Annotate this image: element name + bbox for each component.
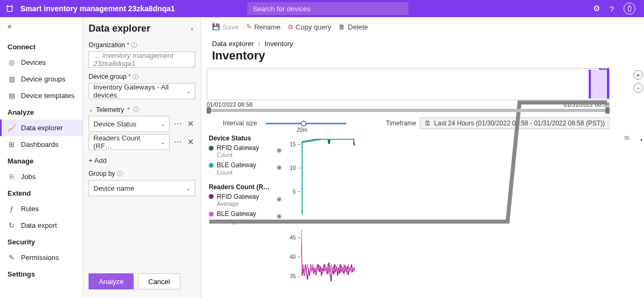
app-title: Smart inventory management 23zka8dnqa1 xyxy=(20,4,175,13)
key-icon: ✎ xyxy=(8,254,16,262)
organization-input[interactable]: … inventory management 23zka8dnqa1 xyxy=(89,51,195,68)
menu-toggle[interactable]: ≡ xyxy=(0,23,83,35)
nav-device-templates[interactable]: ▤Device templates xyxy=(0,87,83,104)
save-button: 💾Save xyxy=(212,23,239,31)
add-telemetry-button[interactable]: + Add xyxy=(89,157,195,165)
breadcrumb-root[interactable]: Data explorer xyxy=(212,40,254,48)
chevron-down-icon: ⌄ xyxy=(186,88,191,94)
breadcrumb-leaf: Inventory xyxy=(265,40,293,48)
chevron-down-icon: ⌄ xyxy=(160,139,165,145)
layers-icon[interactable]: ≋ xyxy=(624,133,630,142)
telemetry-select-2[interactable]: Readers Count (RF…⌄ xyxy=(89,134,170,150)
alerts-icon[interactable] xyxy=(624,3,635,14)
delete-icon: 🗑 xyxy=(339,23,345,31)
timeline-scrollbar[interactable] xyxy=(207,109,610,112)
templates-icon: ▤ xyxy=(8,92,16,100)
delete-button[interactable]: 🗑Delete xyxy=(339,23,368,31)
chart-canvas: ≋ ⋯ 51015 354045 xyxy=(282,135,633,298)
breadcrumb: Data explorer › Inventory xyxy=(201,36,644,49)
help-icon[interactable]: ? xyxy=(610,4,614,13)
legend-item[interactable]: BLE Gateway◉ xyxy=(209,161,282,169)
organization-label: Organization * ⓘ xyxy=(89,41,195,49)
gear-icon[interactable]: ⚙ xyxy=(593,4,600,13)
remove-icon[interactable]: ✕ xyxy=(186,119,195,129)
more-icon[interactable]: ⋯ xyxy=(173,138,183,146)
save-icon: 💾 xyxy=(212,23,220,31)
device-group-label: Device group * ⓘ xyxy=(89,73,195,81)
groupby-select[interactable]: Device name⌄ xyxy=(89,180,195,196)
device-icon: ◎ xyxy=(8,58,16,66)
jobs-icon: ⎘ xyxy=(8,173,16,181)
rename-icon: ✎ xyxy=(246,23,252,31)
eye-icon[interactable]: ◉ xyxy=(276,212,282,220)
panel-title: Data explorer xyxy=(89,23,150,34)
nav-rules[interactable]: ƒRules xyxy=(0,200,83,217)
nav-jobs[interactable]: ⎘Jobs xyxy=(0,168,83,185)
cart-icon xyxy=(4,4,15,13)
dashboard-icon: ⊞ xyxy=(8,140,16,148)
more-icon[interactable]: ⋯ xyxy=(173,120,183,128)
device-group-select[interactable]: Inventory Gateways - All devices⌄ xyxy=(89,83,195,99)
search-input[interactable]: Search for devices xyxy=(247,2,408,15)
nav-data-export[interactable]: ↻Data export xyxy=(0,217,83,234)
groups-icon: ▥ xyxy=(8,75,16,83)
eye-icon[interactable]: ◉ xyxy=(276,146,282,154)
rules-icon: ƒ xyxy=(8,205,16,213)
legend-item[interactable]: RFID Gateway◉ xyxy=(209,193,282,200)
zoom-out-button[interactable]: − xyxy=(633,83,643,93)
page-title: Inventory xyxy=(201,49,644,68)
nav-section: Security xyxy=(0,234,83,249)
left-nav: ≡ Connect ◎Devices ▥Device groups ▤Devic… xyxy=(0,17,83,298)
info-icon[interactable]: ⓘ xyxy=(131,42,137,48)
copy-icon: ⧉ xyxy=(288,23,293,31)
info-icon[interactable]: ⓘ xyxy=(133,106,139,114)
nav-section: Extend xyxy=(0,185,83,200)
config-panel: Data explorer ‹ Organization * ⓘ … inven… xyxy=(83,17,201,298)
remove-icon[interactable]: ✕ xyxy=(186,137,195,147)
rename-button[interactable]: ✎Rename xyxy=(246,23,281,31)
eye-icon[interactable]: ◉ xyxy=(276,163,282,171)
nav-devices[interactable]: ◎Devices xyxy=(0,54,83,71)
timeline[interactable]: 1d xyxy=(207,68,610,100)
copy-query-button[interactable]: ⧉Copy query xyxy=(288,23,331,31)
interval-slider[interactable]: 20m xyxy=(266,123,346,124)
groupby-label: Group by ⓘ xyxy=(89,170,195,178)
collapse-panel-icon[interactable]: ‹ xyxy=(189,23,195,35)
chevron-down-icon: ⌄ xyxy=(160,121,165,127)
zoom-in-button[interactable]: + xyxy=(633,70,643,80)
info-icon[interactable]: ⓘ xyxy=(117,170,123,177)
chevron-down-icon: ⌄ xyxy=(89,107,93,113)
chart-icon: 📈 xyxy=(8,124,16,132)
nav-data-explorer[interactable]: 📈Data explorer xyxy=(0,120,83,136)
main-content: 💾Save ✎Rename ⧉Copy query 🗑Delete Data e… xyxy=(201,17,644,298)
nav-section: Settings xyxy=(0,266,83,281)
more-options-icon[interactable]: ⋯ xyxy=(640,133,644,145)
info-icon[interactable]: ⓘ xyxy=(133,73,138,80)
nav-section: Connect xyxy=(0,39,83,54)
chevron-down-icon: ⌄ xyxy=(186,185,191,191)
export-icon: ↻ xyxy=(8,221,16,229)
legend-item[interactable]: RFID Gateway◉ xyxy=(209,144,282,152)
nav-dashboards[interactable]: ⊞Dashboards xyxy=(0,136,83,153)
legend-item[interactable]: BLE Gateway◉ xyxy=(209,210,282,218)
nav-device-groups[interactable]: ▥Device groups xyxy=(0,71,83,87)
analyze-button[interactable]: Analyze xyxy=(89,273,134,289)
telemetry-select-1[interactable]: Device Status⌄ xyxy=(89,116,170,132)
eye-icon[interactable]: ◉ xyxy=(276,195,282,203)
nav-section: Analyze xyxy=(0,104,83,120)
nav-section: Manage xyxy=(0,153,83,168)
cancel-button[interactable]: Cancel xyxy=(138,273,180,289)
telemetry-label[interactable]: ⌄Telemetry * ⓘ xyxy=(89,106,195,114)
nav-permissions[interactable]: ✎Permissions xyxy=(0,249,83,266)
